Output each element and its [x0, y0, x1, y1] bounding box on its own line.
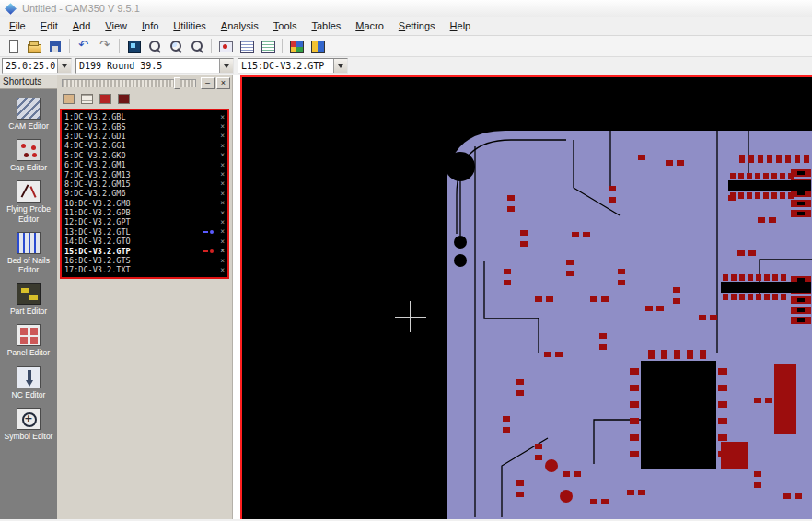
toolbar-button[interactable] [123, 37, 144, 55]
crosshair-cursor [410, 301, 411, 332]
layer-row[interactable]: 14:DC-V3.2.GTO × [62, 237, 227, 246]
panel-toolbar-button[interactable] [116, 92, 132, 106]
menu-item-add[interactable]: Add [65, 17, 99, 34]
transparency-slider[interactable] [62, 79, 196, 87]
menu-item-tables[interactable]: Tables [304, 17, 348, 34]
layer-hide-toggle[interactable]: × [220, 132, 225, 140]
toolbar-button[interactable] [237, 37, 257, 55]
panel-toolbar-button[interactable] [98, 92, 113, 106]
sidebar-item-label: Part Editor [2, 307, 55, 316]
layer-row[interactable]: 1:DC-V3.2.GBL × [62, 112, 227, 122]
dcode-combo[interactable]: D199 Round 39.5 [75, 58, 234, 74]
layer-hide-toggle[interactable]: × [220, 209, 225, 217]
layer-hide-toggle[interactable]: × [220, 142, 225, 150]
toolbar-button[interactable] [258, 37, 278, 55]
layer-row[interactable]: 8:DC-V3.2.GM15 × [62, 179, 227, 189]
panel-toolbar-button[interactable] [79, 92, 95, 106]
sidebar-item-panel-editor[interactable]: Panel Editor [0, 324, 57, 357]
layer-row[interactable]: 3:DC-V3.2.GD1 × [62, 132, 227, 141]
layer-row[interactable]: 15:DC-V3.2.GTP × [62, 246, 227, 255]
layer-color-marks [203, 211, 214, 214]
layer-hide-toggle[interactable]: × [220, 113, 225, 122]
layer-hide-toggle[interactable]: × [220, 151, 225, 159]
menu-item-tools[interactable]: Tools [266, 17, 305, 34]
layer-row[interactable]: 2:DC-V3.2.GBS × [62, 122, 227, 131]
dropdown-arrow-icon[interactable] [219, 59, 233, 73]
menu-item-settings[interactable]: Settings [391, 17, 443, 34]
layer-name: 17:DC-V3.2.TXT [64, 265, 203, 274]
layer-hide-toggle[interactable]: × [220, 179, 225, 188]
layer-hide-toggle[interactable]: × [220, 161, 225, 169]
layer-hide-toggle[interactable]: × [220, 227, 225, 236]
menu-item-help[interactable]: Help [443, 17, 479, 34]
slider-thumb[interactable] [174, 77, 180, 89]
layer-hide-toggle[interactable]: × [220, 266, 225, 274]
layer-row[interactable]: 12:DC-V3.2.GPT × [62, 217, 227, 226]
toolbar-button[interactable] [215, 37, 236, 55]
layer-row[interactable]: 9:DC-V3.2.GM6 × [62, 189, 227, 198]
toolbar-button[interactable] [145, 37, 165, 55]
panel-resize-gutter[interactable] [233, 75, 240, 519]
dropdown-arrow-icon[interactable] [333, 59, 347, 73]
toolbar-button[interactable] [3, 37, 23, 55]
toolbar-button[interactable] [187, 37, 207, 55]
grid-combo[interactable]: 25.0:25.0 [2, 58, 72, 74]
layer-row[interactable]: 16:DC-V3.2.GTS × [62, 256, 227, 265]
sidebar-item-symbol-editor[interactable]: Symbol Editor [0, 408, 57, 441]
layer-row[interactable]: 7:DC-V3.2.GM13 × [62, 169, 227, 179]
toolbar-button[interactable] [45, 37, 65, 55]
layer-row[interactable]: 13:DC-V3.2.GTL × [62, 227, 227, 237]
layer-list-icon [81, 94, 93, 104]
layer-hide-toggle[interactable]: × [220, 218, 225, 226]
toolbar-button[interactable] [24, 37, 44, 55]
pcb-canvas[interactable] [240, 75, 812, 519]
menu-item-edit[interactable]: Edit [33, 17, 65, 34]
menu-item-file[interactable]: File [2, 17, 33, 34]
layer-list: 1:DC-V3.2.GBL × 2:DC-V3.2.GBS × 3:DC-V3.… [60, 109, 229, 279]
toolbar-button[interactable] [307, 37, 328, 55]
sidebar-item-cam-editor[interactable]: CAM Editor [0, 98, 57, 131]
toolbar-separator [69, 39, 70, 53]
menu-item-analysis[interactable]: Analysis [214, 17, 266, 34]
sidebar-item-flying-probe-editor[interactable]: Flying Probe Editor [0, 180, 57, 223]
zoom-window-icon [147, 39, 162, 53]
dropdown-arrow-icon[interactable] [57, 59, 71, 73]
layer-row[interactable]: 5:DC-V3.2.GKO × [62, 151, 227, 160]
app-icon [5, 3, 17, 15]
panel-toolbar-button[interactable] [61, 92, 76, 106]
panel-minimize-button[interactable]: – [201, 77, 215, 89]
layer-color-marks [203, 134, 214, 138]
layer-hide-toggle[interactable]: × [220, 170, 225, 179]
layer-hide-toggle[interactable]: × [220, 122, 225, 131]
layer-color-marks [203, 144, 214, 147]
toolbar-button[interactable] [286, 37, 307, 55]
layer-hide-toggle[interactable]: × [220, 257, 225, 265]
active-layer-combo[interactable]: L15:DC-V3.2.GTP [238, 58, 348, 74]
menu-item-macro[interactable]: Macro [348, 17, 391, 34]
layer-row[interactable]: 4:DC-V3.2.GG1 × [62, 141, 227, 150]
layer-hide-toggle[interactable]: × [220, 237, 225, 246]
sidebar-item-bed-of-nails-editor[interactable]: Bed of Nails Editor [0, 232, 57, 274]
toolbar-button[interactable] [74, 37, 94, 55]
layer-name: 1:DC-V3.2.GBL [64, 112, 203, 122]
layer-name: 16:DC-V3.2.GTS [64, 256, 203, 265]
layer-row[interactable]: 11:DC-V3.2.GPB × [62, 208, 227, 217]
layer-row[interactable]: 6:DC-V3.2.GM1 × [62, 160, 227, 169]
sidebar-item-part-editor[interactable]: Part Editor [0, 283, 57, 316]
panel-close-button[interactable]: × [216, 77, 230, 89]
layer-color-marks [203, 268, 214, 272]
layer-hide-toggle[interactable]: × [220, 247, 225, 255]
menu-item-utilities[interactable]: Utilities [166, 17, 213, 34]
layers-on-icon [99, 94, 111, 104]
toolbar-button[interactable] [95, 37, 115, 55]
sidebar-item-label: Bed of Nails Editor [2, 256, 55, 274]
layer-hide-toggle[interactable]: × [220, 190, 225, 198]
menu-item-info[interactable]: Info [134, 17, 166, 34]
menu-item-view[interactable]: View [98, 17, 134, 34]
layer-hide-toggle[interactable]: × [220, 199, 225, 207]
layer-row[interactable]: 17:DC-V3.2.TXT × [62, 265, 227, 274]
toolbar-button[interactable] [166, 37, 186, 55]
layer-row[interactable]: 10:DC-V3.2.GM8 × [62, 199, 227, 208]
sidebar-item-nc-editor[interactable]: NC Editor [0, 366, 57, 399]
sidebar-item-cap-editor[interactable]: Cap Editor [0, 139, 57, 172]
